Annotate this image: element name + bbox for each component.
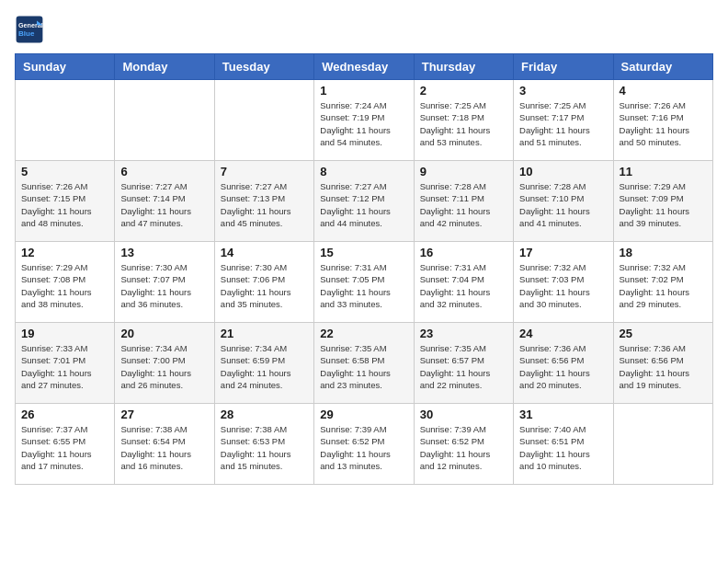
col-header-thursday: Thursday	[414, 54, 513, 80]
day-info: Sunrise: 7:25 AM Sunset: 7:17 PM Dayligh…	[519, 99, 607, 148]
calendar-day-22: 22Sunrise: 7:35 AM Sunset: 6:58 PM Dayli…	[314, 323, 414, 404]
col-header-wednesday: Wednesday	[314, 54, 414, 80]
day-number: 6	[120, 165, 208, 178]
day-info: Sunrise: 7:27 AM Sunset: 7:13 PM Dayligh…	[221, 180, 308, 229]
day-number: 12	[21, 246, 108, 259]
day-number: 9	[420, 165, 507, 178]
day-info: Sunrise: 7:40 AM Sunset: 6:51 PM Dayligh…	[519, 423, 607, 472]
day-info: Sunrise: 7:36 AM Sunset: 6:56 PM Dayligh…	[519, 342, 607, 391]
calendar-week-row: 5Sunrise: 7:26 AM Sunset: 7:15 PM Daylig…	[16, 161, 713, 242]
calendar-day-6: 6Sunrise: 7:27 AM Sunset: 7:14 PM Daylig…	[115, 161, 214, 242]
day-info: Sunrise: 7:34 AM Sunset: 7:00 PM Dayligh…	[120, 342, 208, 391]
col-header-tuesday: Tuesday	[214, 54, 313, 80]
calendar-week-row: 1Sunrise: 7:24 AM Sunset: 7:19 PM Daylig…	[16, 80, 713, 161]
calendar-week-row: 12Sunrise: 7:29 AM Sunset: 7:08 PM Dayli…	[16, 242, 713, 323]
calendar-empty	[16, 80, 115, 161]
calendar-header-row: SundayMondayTuesdayWednesdayThursdayFrid…	[16, 54, 713, 80]
day-number: 18	[620, 246, 707, 259]
day-info: Sunrise: 7:34 AM Sunset: 6:59 PM Dayligh…	[221, 342, 308, 391]
calendar-day-25: 25Sunrise: 7:36 AM Sunset: 6:56 PM Dayli…	[613, 323, 712, 404]
day-number: 4	[620, 84, 707, 98]
day-number: 31	[519, 408, 607, 421]
calendar-day-23: 23Sunrise: 7:35 AM Sunset: 6:57 PM Dayli…	[414, 323, 513, 404]
day-number: 10	[519, 165, 607, 178]
day-number: 2	[420, 84, 507, 98]
calendar-day-4: 4Sunrise: 7:26 AM Sunset: 7:16 PM Daylig…	[613, 80, 712, 161]
day-number: 3	[519, 84, 607, 98]
calendar-table: SundayMondayTuesdayWednesdayThursdayFrid…	[15, 53, 713, 485]
day-info: Sunrise: 7:29 AM Sunset: 7:09 PM Dayligh…	[620, 180, 707, 229]
calendar-day-5: 5Sunrise: 7:26 AM Sunset: 7:15 PM Daylig…	[16, 161, 115, 242]
day-info: Sunrise: 7:32 AM Sunset: 7:03 PM Dayligh…	[519, 261, 607, 310]
svg-text:Blue: Blue	[18, 29, 35, 38]
page-header: General Blue	[15, 15, 713, 44]
calendar-day-1: 1Sunrise: 7:24 AM Sunset: 7:19 PM Daylig…	[314, 80, 414, 161]
day-number: 1	[320, 84, 407, 98]
day-number: 19	[21, 327, 108, 340]
day-info: Sunrise: 7:38 AM Sunset: 6:54 PM Dayligh…	[120, 423, 208, 472]
day-info: Sunrise: 7:26 AM Sunset: 7:15 PM Dayligh…	[21, 180, 108, 229]
day-number: 21	[221, 327, 308, 340]
calendar-day-16: 16Sunrise: 7:31 AM Sunset: 7:04 PM Dayli…	[414, 242, 513, 323]
col-header-friday: Friday	[514, 54, 613, 80]
day-info: Sunrise: 7:27 AM Sunset: 7:14 PM Dayligh…	[120, 180, 208, 229]
day-number: 27	[120, 408, 208, 421]
calendar-day-12: 12Sunrise: 7:29 AM Sunset: 7:08 PM Dayli…	[16, 242, 115, 323]
day-number: 7	[221, 165, 308, 178]
day-info: Sunrise: 7:36 AM Sunset: 6:56 PM Dayligh…	[620, 342, 707, 391]
calendar-day-10: 10Sunrise: 7:28 AM Sunset: 7:10 PM Dayli…	[514, 161, 613, 242]
day-info: Sunrise: 7:31 AM Sunset: 7:04 PM Dayligh…	[420, 261, 507, 310]
col-header-monday: Monday	[115, 54, 214, 80]
day-number: 14	[221, 246, 308, 259]
calendar-empty	[214, 80, 313, 161]
day-number: 17	[519, 246, 607, 259]
day-info: Sunrise: 7:29 AM Sunset: 7:08 PM Dayligh…	[21, 261, 108, 310]
day-info: Sunrise: 7:35 AM Sunset: 6:58 PM Dayligh…	[320, 342, 407, 391]
calendar-day-26: 26Sunrise: 7:37 AM Sunset: 6:55 PM Dayli…	[16, 404, 115, 485]
day-info: Sunrise: 7:24 AM Sunset: 7:19 PM Dayligh…	[320, 99, 407, 148]
day-number: 28	[221, 408, 308, 421]
calendar-day-31: 31Sunrise: 7:40 AM Sunset: 6:51 PM Dayli…	[514, 404, 613, 485]
calendar-day-20: 20Sunrise: 7:34 AM Sunset: 7:00 PM Dayli…	[115, 323, 214, 404]
logo: General Blue	[15, 15, 44, 44]
calendar-day-17: 17Sunrise: 7:32 AM Sunset: 7:03 PM Dayli…	[514, 242, 613, 323]
calendar-day-13: 13Sunrise: 7:30 AM Sunset: 7:07 PM Dayli…	[115, 242, 214, 323]
day-info: Sunrise: 7:30 AM Sunset: 7:07 PM Dayligh…	[120, 261, 208, 310]
day-info: Sunrise: 7:35 AM Sunset: 6:57 PM Dayligh…	[420, 342, 507, 391]
day-number: 15	[320, 246, 407, 259]
calendar-day-3: 3Sunrise: 7:25 AM Sunset: 7:17 PM Daylig…	[514, 80, 613, 161]
day-number: 24	[519, 327, 607, 340]
day-info: Sunrise: 7:39 AM Sunset: 6:52 PM Dayligh…	[320, 423, 407, 472]
day-info: Sunrise: 7:28 AM Sunset: 7:11 PM Dayligh…	[420, 180, 507, 229]
calendar-day-30: 30Sunrise: 7:39 AM Sunset: 6:52 PM Dayli…	[414, 404, 513, 485]
calendar-day-18: 18Sunrise: 7:32 AM Sunset: 7:02 PM Dayli…	[613, 242, 712, 323]
calendar-day-15: 15Sunrise: 7:31 AM Sunset: 7:05 PM Dayli…	[314, 242, 414, 323]
calendar-day-14: 14Sunrise: 7:30 AM Sunset: 7:06 PM Dayli…	[214, 242, 313, 323]
calendar-day-28: 28Sunrise: 7:38 AM Sunset: 6:53 PM Dayli…	[214, 404, 313, 485]
day-number: 25	[620, 327, 707, 340]
day-info: Sunrise: 7:26 AM Sunset: 7:16 PM Dayligh…	[620, 99, 707, 148]
day-info: Sunrise: 7:28 AM Sunset: 7:10 PM Dayligh…	[519, 180, 607, 229]
calendar-empty	[613, 404, 712, 485]
day-number: 23	[420, 327, 507, 340]
day-number: 30	[420, 408, 507, 421]
calendar-day-27: 27Sunrise: 7:38 AM Sunset: 6:54 PM Dayli…	[115, 404, 214, 485]
calendar-day-21: 21Sunrise: 7:34 AM Sunset: 6:59 PM Dayli…	[214, 323, 313, 404]
day-number: 13	[120, 246, 208, 259]
col-header-saturday: Saturday	[613, 54, 712, 80]
day-number: 26	[21, 408, 108, 421]
day-info: Sunrise: 7:39 AM Sunset: 6:52 PM Dayligh…	[420, 423, 507, 472]
day-info: Sunrise: 7:25 AM Sunset: 7:18 PM Dayligh…	[420, 99, 507, 148]
day-number: 11	[620, 165, 707, 178]
calendar-day-29: 29Sunrise: 7:39 AM Sunset: 6:52 PM Dayli…	[314, 404, 414, 485]
day-info: Sunrise: 7:31 AM Sunset: 7:05 PM Dayligh…	[320, 261, 407, 310]
calendar-day-11: 11Sunrise: 7:29 AM Sunset: 7:09 PM Dayli…	[613, 161, 712, 242]
day-number: 20	[120, 327, 208, 340]
calendar-day-19: 19Sunrise: 7:33 AM Sunset: 7:01 PM Dayli…	[16, 323, 115, 404]
calendar-week-row: 26Sunrise: 7:37 AM Sunset: 6:55 PM Dayli…	[16, 404, 713, 485]
day-info: Sunrise: 7:33 AM Sunset: 7:01 PM Dayligh…	[21, 342, 108, 391]
day-number: 16	[420, 246, 507, 259]
day-number: 8	[320, 165, 407, 178]
calendar-day-8: 8Sunrise: 7:27 AM Sunset: 7:12 PM Daylig…	[314, 161, 414, 242]
day-info: Sunrise: 7:37 AM Sunset: 6:55 PM Dayligh…	[21, 423, 108, 472]
